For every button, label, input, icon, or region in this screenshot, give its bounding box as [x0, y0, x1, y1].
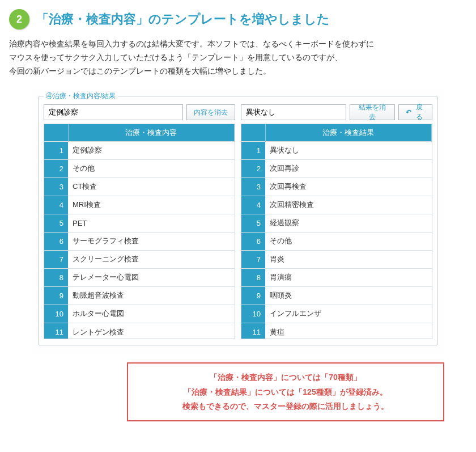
row-number: 9	[44, 286, 68, 305]
row-number-header	[241, 124, 265, 141]
row-number: 6	[241, 232, 265, 250]
intro-text: 治療内容や検査結果を毎回入力するのは結構大変です。本ソフトでは、なるべくキーボー…	[9, 37, 467, 78]
row-value: その他	[265, 232, 432, 250]
result-input[interactable]	[241, 104, 346, 120]
row-number: 3	[241, 178, 265, 196]
row-number: 9	[241, 286, 265, 305]
row-value: 次回精密検査	[265, 196, 432, 214]
table-row[interactable]: 2その他	[44, 159, 235, 178]
table-row[interactable]: 3次回再検査	[241, 178, 432, 196]
row-value: 胃潰瘍	[265, 268, 432, 286]
row-value: 定例診察	[68, 141, 235, 159]
row-number: 10	[44, 305, 68, 323]
result-grid[interactable]: 治療・検査結果 1異状なし2次回再診3次回再検査4次回精密検査5経過観察6その他…	[241, 124, 432, 339]
row-number: 5	[44, 214, 68, 232]
row-number: 11	[241, 323, 265, 339]
clear-treatment-button[interactable]: 内容を消去	[186, 104, 235, 120]
back-button[interactable]: ↶ 戻る	[398, 104, 432, 120]
table-row[interactable]: 1異状なし	[241, 141, 432, 159]
row-value: CT検査	[68, 178, 235, 196]
row-number: 4	[241, 196, 265, 214]
table-row[interactable]: 8テレメーター心電図	[44, 268, 235, 286]
row-value: ホルター心電図	[68, 305, 235, 323]
row-value: 経過観察	[265, 214, 432, 232]
row-number: 8	[241, 268, 265, 286]
table-row[interactable]: 5PET	[44, 214, 235, 232]
result-grid-header: 治療・検査結果	[265, 124, 432, 141]
row-number: 5	[241, 214, 265, 232]
table-row[interactable]: 6サーモグラフィ検査	[44, 232, 235, 250]
table-row[interactable]: 4MRI検査	[44, 196, 235, 214]
table-row[interactable]: 7胃炎	[241, 250, 432, 268]
table-row[interactable]: 11黄疸	[241, 323, 432, 339]
row-number: 3	[44, 178, 68, 196]
callout-box: 「治療・検査内容」については「70種類」 「治療・検査結果」については「125種…	[127, 362, 444, 421]
table-row[interactable]: 3CT検査	[44, 178, 235, 196]
row-number: 6	[44, 232, 68, 250]
table-row[interactable]: 7スクリーニング検査	[44, 250, 235, 268]
clear-result-button[interactable]: 結果を消去	[350, 104, 395, 120]
table-row[interactable]: 4次回精密検査	[241, 196, 432, 214]
undo-icon: ↶	[406, 108, 411, 116]
table-row[interactable]: 6その他	[241, 232, 432, 250]
app-window: ④治療・検査内容/結果 内容を消去 治療・検査内容	[32, 89, 444, 354]
table-row[interactable]: 8胃潰瘍	[241, 268, 432, 286]
row-number: 7	[44, 250, 68, 268]
row-value: 胃炎	[265, 250, 432, 268]
row-number: 2	[241, 159, 265, 178]
row-value: レントゲン検査	[68, 323, 235, 339]
treatment-grid[interactable]: 治療・検査内容 1定例診察2その他3CT検査4MRI検査5PET6サーモグラフィ…	[44, 124, 235, 339]
step-badge: 2	[9, 9, 29, 29]
row-number: 11	[44, 323, 68, 339]
row-value: PET	[68, 214, 235, 232]
table-row[interactable]: 5経過観察	[241, 214, 432, 232]
row-number: 2	[44, 159, 68, 178]
table-row[interactable]: 2次回再診	[241, 159, 432, 178]
row-number: 4	[44, 196, 68, 214]
row-value: サーモグラフィ検査	[68, 232, 235, 250]
row-number: 1	[241, 141, 265, 159]
row-value: 次回再検査	[265, 178, 432, 196]
row-number-header	[44, 124, 68, 141]
row-value: 咽頭炎	[265, 286, 432, 305]
section-legend: ④治療・検査内容/結果	[44, 91, 118, 101]
row-value: 動脈超音波検査	[68, 286, 235, 305]
table-row[interactable]: 11レントゲン検査	[44, 323, 235, 339]
row-value: MRI検査	[68, 196, 235, 214]
row-number: 1	[44, 141, 68, 159]
row-value: その他	[68, 159, 235, 178]
row-value: 異状なし	[265, 141, 432, 159]
row-number: 8	[44, 268, 68, 286]
result-panel: 結果を消去 ↶ 戻る 治療・検査結果 1異状なし	[241, 104, 432, 339]
table-row[interactable]: 10ホルター心電図	[44, 305, 235, 323]
row-value: インフルエンザ	[265, 305, 432, 323]
row-value: 次回再診	[265, 159, 432, 178]
table-row[interactable]: 9動脈超音波検査	[44, 286, 235, 305]
row-number: 10	[241, 305, 265, 323]
row-value: スクリーニング検査	[68, 250, 235, 268]
row-value: 黄疸	[265, 323, 432, 339]
treatment-input[interactable]	[44, 104, 183, 120]
table-row[interactable]: 1定例診察	[44, 141, 235, 159]
table-row[interactable]: 9咽頭炎	[241, 286, 432, 305]
treatment-grid-header: 治療・検査内容	[68, 124, 235, 141]
row-value: テレメーター心電図	[68, 268, 235, 286]
treatment-panel: 内容を消去 治療・検査内容 1定例診察2その他3CT検査4MRI検査5PET6サ…	[44, 104, 235, 339]
row-number: 7	[241, 250, 265, 268]
section-heading: 「治療・検査内容」のテンプレートを増やしました	[36, 11, 330, 28]
table-row[interactable]: 10インフルエンザ	[241, 305, 432, 323]
